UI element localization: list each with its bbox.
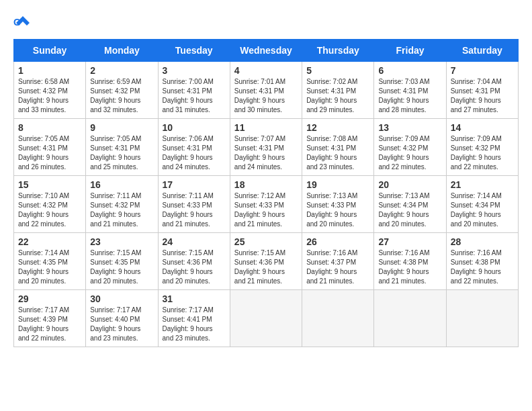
header-sunday: Sunday xyxy=(14,40,86,62)
day-number: 6 xyxy=(378,65,441,76)
calendar-cell xyxy=(374,290,446,347)
calendar-cell: 17 Sunrise: 7:11 AM Sunset: 4:33 PM Dayl… xyxy=(158,176,230,233)
day-info: Sunrise: 7:05 AM Sunset: 4:31 PM Dayligh… xyxy=(90,134,153,172)
calendar-week-4: 22 Sunrise: 7:14 AM Sunset: 4:35 PM Dayl… xyxy=(14,233,519,290)
day-info: Sunrise: 7:16 AM Sunset: 4:38 PM Dayligh… xyxy=(451,248,514,286)
day-number: 17 xyxy=(163,179,226,190)
day-info: Sunrise: 7:11 AM Sunset: 4:32 PM Dayligh… xyxy=(90,191,153,229)
day-number: 5 xyxy=(306,65,369,76)
day-info: Sunrise: 7:17 AM Sunset: 4:41 PM Dayligh… xyxy=(163,306,226,343)
calendar-cell: 11 Sunrise: 7:07 AM Sunset: 4:31 PM Dayl… xyxy=(230,119,302,176)
calendar-week-3: 15 Sunrise: 7:10 AM Sunset: 4:32 PM Dayl… xyxy=(14,176,519,233)
calendar-week-2: 8 Sunrise: 7:05 AM Sunset: 4:31 PM Dayli… xyxy=(14,119,519,176)
day-number: 26 xyxy=(306,236,369,247)
day-info: Sunrise: 7:16 AM Sunset: 4:37 PM Dayligh… xyxy=(306,248,369,286)
day-number: 15 xyxy=(18,179,81,190)
calendar-cell: 15 Sunrise: 7:10 AM Sunset: 4:32 PM Dayl… xyxy=(14,176,86,233)
calendar-cell: 21 Sunrise: 7:14 AM Sunset: 4:34 PM Dayl… xyxy=(446,176,518,233)
day-number: 22 xyxy=(18,236,81,247)
day-info: Sunrise: 7:14 AM Sunset: 4:34 PM Dayligh… xyxy=(451,191,514,229)
day-number: 31 xyxy=(163,293,226,304)
calendar-week-5: 29 Sunrise: 7:17 AM Sunset: 4:39 PM Dayl… xyxy=(14,290,519,347)
day-number: 2 xyxy=(90,65,153,76)
calendar-header-row: SundayMondayTuesdayWednesdayThursdayFrid… xyxy=(14,40,519,62)
day-info: Sunrise: 7:15 AM Sunset: 4:36 PM Dayligh… xyxy=(163,248,226,286)
day-number: 19 xyxy=(306,179,369,190)
header-thursday: Thursday xyxy=(302,40,374,62)
day-info: Sunrise: 7:17 AM Sunset: 4:39 PM Dayligh… xyxy=(18,306,81,343)
calendar-cell: 4 Sunrise: 7:01 AM Sunset: 4:31 PM Dayli… xyxy=(230,62,302,119)
calendar-cell: 31 Sunrise: 7:17 AM Sunset: 4:41 PM Dayl… xyxy=(158,290,230,347)
day-info: Sunrise: 6:58 AM Sunset: 4:32 PM Dayligh… xyxy=(18,77,81,115)
calendar-cell: 23 Sunrise: 7:15 AM Sunset: 4:35 PM Dayl… xyxy=(86,233,158,290)
day-number: 7 xyxy=(451,65,514,76)
calendar-cell: 3 Sunrise: 7:00 AM Sunset: 4:31 PM Dayli… xyxy=(158,62,230,119)
calendar-cell: 18 Sunrise: 7:12 AM Sunset: 4:33 PM Dayl… xyxy=(230,176,302,233)
calendar-table: SundayMondayTuesdayWednesdayThursdayFrid… xyxy=(13,39,519,347)
calendar-cell: 26 Sunrise: 7:16 AM Sunset: 4:37 PM Dayl… xyxy=(302,233,374,290)
day-info: Sunrise: 7:01 AM Sunset: 4:31 PM Dayligh… xyxy=(234,77,298,115)
day-number: 28 xyxy=(451,236,514,247)
calendar-cell: 20 Sunrise: 7:13 AM Sunset: 4:34 PM Dayl… xyxy=(374,176,446,233)
calendar-cell: 27 Sunrise: 7:16 AM Sunset: 4:38 PM Dayl… xyxy=(374,233,446,290)
day-number: 4 xyxy=(234,65,298,76)
day-number: 29 xyxy=(18,293,81,304)
day-number: 9 xyxy=(90,122,153,133)
day-info: Sunrise: 6:59 AM Sunset: 4:32 PM Dayligh… xyxy=(90,77,153,115)
day-number: 21 xyxy=(451,179,514,190)
calendar-cell: 14 Sunrise: 7:09 AM Sunset: 4:32 PM Dayl… xyxy=(446,119,518,176)
day-info: Sunrise: 7:17 AM Sunset: 4:40 PM Dayligh… xyxy=(90,306,153,343)
day-number: 1 xyxy=(18,65,81,76)
day-info: Sunrise: 7:13 AM Sunset: 4:34 PM Dayligh… xyxy=(378,191,441,229)
day-info: Sunrise: 7:04 AM Sunset: 4:31 PM Dayligh… xyxy=(451,77,514,115)
calendar-cell: 22 Sunrise: 7:14 AM Sunset: 4:35 PM Dayl… xyxy=(14,233,86,290)
calendar-cell: 8 Sunrise: 7:05 AM Sunset: 4:31 PM Dayli… xyxy=(14,119,86,176)
header-tuesday: Tuesday xyxy=(158,40,230,62)
day-number: 13 xyxy=(378,122,441,133)
header-saturday: Saturday xyxy=(446,40,518,62)
day-number: 20 xyxy=(378,179,441,190)
day-number: 27 xyxy=(378,236,441,247)
header-wednesday: Wednesday xyxy=(230,40,302,62)
day-info: Sunrise: 7:03 AM Sunset: 4:31 PM Dayligh… xyxy=(378,77,441,115)
calendar-cell: 1 Sunrise: 6:58 AM Sunset: 4:32 PM Dayli… xyxy=(14,62,86,119)
calendar-week-1: 1 Sunrise: 6:58 AM Sunset: 4:32 PM Dayli… xyxy=(14,62,519,119)
day-info: Sunrise: 7:10 AM Sunset: 4:32 PM Dayligh… xyxy=(18,191,81,229)
day-info: Sunrise: 7:06 AM Sunset: 4:31 PM Dayligh… xyxy=(163,134,226,172)
header-friday: Friday xyxy=(374,40,446,62)
day-info: Sunrise: 7:14 AM Sunset: 4:35 PM Dayligh… xyxy=(18,248,81,286)
day-info: Sunrise: 7:12 AM Sunset: 4:33 PM Dayligh… xyxy=(234,191,298,229)
calendar-cell: 10 Sunrise: 7:06 AM Sunset: 4:31 PM Dayl… xyxy=(158,119,230,176)
day-number: 12 xyxy=(306,122,369,133)
logo: G xyxy=(13,13,34,32)
calendar-cell xyxy=(230,290,302,347)
day-info: Sunrise: 7:02 AM Sunset: 4:31 PM Dayligh… xyxy=(306,77,369,115)
day-info: Sunrise: 7:09 AM Sunset: 4:32 PM Dayligh… xyxy=(451,134,514,172)
day-number: 14 xyxy=(451,122,514,133)
calendar-cell: 5 Sunrise: 7:02 AM Sunset: 4:31 PM Dayli… xyxy=(302,62,374,119)
calendar-cell: 19 Sunrise: 7:13 AM Sunset: 4:33 PM Dayl… xyxy=(302,176,374,233)
day-info: Sunrise: 7:13 AM Sunset: 4:33 PM Dayligh… xyxy=(306,191,369,229)
calendar-cell: 29 Sunrise: 7:17 AM Sunset: 4:39 PM Dayl… xyxy=(14,290,86,347)
header: G xyxy=(13,13,519,32)
day-number: 18 xyxy=(234,179,298,190)
day-info: Sunrise: 7:11 AM Sunset: 4:33 PM Dayligh… xyxy=(163,191,226,229)
day-number: 25 xyxy=(234,236,298,247)
calendar-cell: 16 Sunrise: 7:11 AM Sunset: 4:32 PM Dayl… xyxy=(86,176,158,233)
day-number: 3 xyxy=(163,65,226,76)
calendar-cell: 9 Sunrise: 7:05 AM Sunset: 4:31 PM Dayli… xyxy=(86,119,158,176)
day-number: 30 xyxy=(90,293,153,304)
day-info: Sunrise: 7:09 AM Sunset: 4:32 PM Dayligh… xyxy=(378,134,441,172)
calendar-cell: 13 Sunrise: 7:09 AM Sunset: 4:32 PM Dayl… xyxy=(374,119,446,176)
day-number: 16 xyxy=(90,179,153,190)
day-number: 24 xyxy=(163,236,226,247)
day-number: 10 xyxy=(163,122,226,133)
calendar-cell: 2 Sunrise: 6:59 AM Sunset: 4:32 PM Dayli… xyxy=(86,62,158,119)
day-info: Sunrise: 7:16 AM Sunset: 4:38 PM Dayligh… xyxy=(378,248,441,286)
header-monday: Monday xyxy=(86,40,158,62)
day-info: Sunrise: 7:15 AM Sunset: 4:35 PM Dayligh… xyxy=(90,248,153,286)
calendar-cell: 24 Sunrise: 7:15 AM Sunset: 4:36 PM Dayl… xyxy=(158,233,230,290)
day-number: 8 xyxy=(18,122,81,133)
day-info: Sunrise: 7:15 AM Sunset: 4:36 PM Dayligh… xyxy=(234,248,298,286)
logo-icon: G xyxy=(13,13,32,32)
